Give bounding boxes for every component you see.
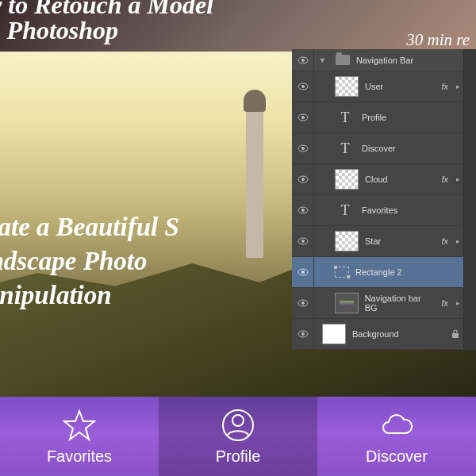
layer-row[interactable]: T Discover xyxy=(292,133,476,164)
fx-badge[interactable]: fx xyxy=(441,298,450,308)
hero1-title-l1: ow to Retouch a Model xyxy=(0,0,213,17)
scrollbar[interactable] xyxy=(463,133,476,163)
hero1-subtitle: 30 min re xyxy=(406,30,470,50)
layer-name: Cloud xyxy=(365,175,388,184)
layer-name: Profile xyxy=(362,113,386,122)
layer-row[interactable]: Star fx▸ xyxy=(292,226,476,257)
chevron-down-icon[interactable]: ▼ xyxy=(319,56,326,64)
text-layer-icon: T xyxy=(335,107,355,128)
tower-graphic xyxy=(246,107,263,258)
fx-badge[interactable]: fx xyxy=(441,236,450,246)
nav-discover[interactable]: Discover xyxy=(317,397,476,476)
visibility-toggle[interactable] xyxy=(292,49,314,71)
text-layer-icon: T xyxy=(335,138,355,159)
svg-rect-20 xyxy=(452,333,459,338)
fx-badge[interactable]: fx xyxy=(441,175,450,184)
visibility-toggle[interactable] xyxy=(292,71,314,102)
scrollbar[interactable] xyxy=(463,195,476,225)
layer-thumb xyxy=(322,324,346,344)
layer-thumb xyxy=(335,169,359,190)
layer-name: Star xyxy=(365,236,381,246)
layer-name: Navigation bar BG xyxy=(365,294,436,313)
shape-layer-icon xyxy=(335,267,349,278)
scrollbar[interactable] xyxy=(463,319,476,349)
nav-label: Discover xyxy=(366,447,428,466)
visibility-toggle[interactable] xyxy=(292,102,314,132)
svg-point-15 xyxy=(301,271,305,274)
scrollbar[interactable] xyxy=(463,71,476,102)
svg-point-17 xyxy=(301,301,305,305)
visibility-toggle[interactable] xyxy=(292,226,314,256)
layer-group-name: Navigation Bar xyxy=(356,56,413,65)
layers-panel[interactable]: ▼ Navigation Bar User fx▸ T Profile xyxy=(292,49,476,350)
svg-point-7 xyxy=(301,147,305,150)
svg-point-13 xyxy=(301,240,305,243)
hero2-l3: Ianipulation xyxy=(0,278,179,313)
svg-point-1 xyxy=(301,59,305,62)
layer-row[interactable]: User fx▸ xyxy=(292,71,476,102)
chevron-down-icon[interactable]: ▸ xyxy=(456,175,460,183)
chevron-down-icon[interactable]: ▸ xyxy=(456,299,460,307)
visibility-toggle[interactable] xyxy=(292,257,314,287)
scrollbar[interactable] xyxy=(463,49,476,71)
hero2-title: reate a Beautiful S andscape Photo Ianip… xyxy=(0,210,179,313)
hero2-l1: reate a Beautiful S xyxy=(0,210,179,244)
visibility-toggle[interactable] xyxy=(292,288,314,318)
visibility-toggle[interactable] xyxy=(292,319,314,349)
chevron-down-icon[interactable]: ▸ xyxy=(456,83,460,90)
svg-point-19 xyxy=(301,332,305,336)
bottom-navbar: Favorites Profile Discover xyxy=(0,397,476,476)
scrollbar[interactable] xyxy=(463,102,476,132)
layer-thumb xyxy=(335,76,359,97)
svg-point-3 xyxy=(301,85,305,88)
layer-row[interactable]: T Profile xyxy=(292,102,476,133)
layer-name: Favorites xyxy=(362,205,397,215)
layer-name: User xyxy=(365,82,383,91)
visibility-toggle[interactable] xyxy=(292,133,314,163)
layer-name: Discover xyxy=(362,144,396,153)
scrollbar[interactable] xyxy=(463,226,476,256)
chevron-down-icon[interactable]: ▸ xyxy=(456,237,460,245)
layer-name: Rectangle 2 xyxy=(355,267,402,277)
layer-group-row[interactable]: ▼ Navigation Bar xyxy=(292,49,476,71)
svg-point-9 xyxy=(301,178,305,181)
star-icon xyxy=(62,408,97,443)
hero1-title: ow to Retouch a Model ith Photoshop xyxy=(0,0,213,43)
layer-row[interactable]: Cloud fx▸ xyxy=(292,164,476,195)
nav-favorites[interactable]: Favorites xyxy=(0,397,159,476)
layer-row-selected[interactable]: Rectangle 2 xyxy=(292,257,476,288)
hero2-l2: andscape Photo xyxy=(0,244,179,278)
lock-icon xyxy=(451,329,460,339)
svg-point-5 xyxy=(301,116,305,119)
layer-row[interactable]: T Favorites xyxy=(292,195,476,226)
svg-point-22 xyxy=(232,415,244,426)
layer-name: Background xyxy=(352,329,399,339)
scrollbar[interactable] xyxy=(463,257,476,287)
nav-label: Profile xyxy=(216,447,261,466)
visibility-toggle[interactable] xyxy=(292,195,314,225)
nav-profile[interactable]: Profile xyxy=(159,397,317,476)
layer-thumb xyxy=(335,231,359,251)
nav-label: Favorites xyxy=(47,447,112,466)
scrollbar[interactable] xyxy=(463,288,476,318)
hero1-title-l2: ith Photoshop xyxy=(0,17,213,43)
layer-thumb xyxy=(335,293,359,313)
scrollbar[interactable] xyxy=(463,164,476,194)
profile-icon xyxy=(221,408,255,443)
layer-row[interactable]: Background xyxy=(292,319,476,350)
hero-retouch: ow to Retouch a Model ith Photoshop 30 m… xyxy=(0,0,476,52)
folder-icon xyxy=(336,55,350,65)
layer-row[interactable]: Navigation bar BG fx▸ xyxy=(292,288,476,319)
cloud-icon xyxy=(379,408,414,443)
visibility-toggle[interactable] xyxy=(292,164,314,194)
fx-badge[interactable]: fx xyxy=(441,82,450,91)
svg-point-11 xyxy=(301,209,305,212)
text-layer-icon: T xyxy=(335,200,355,221)
